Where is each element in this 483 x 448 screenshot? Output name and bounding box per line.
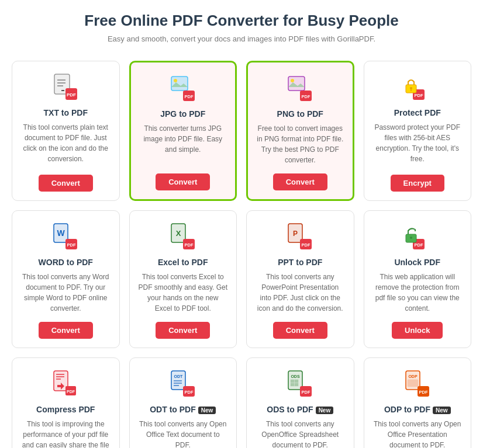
svg-text:ODT: ODT: [174, 374, 183, 378]
ppt-icon: P PDF: [286, 223, 314, 251]
card-title-png-to-pdf: PNG to PDF: [277, 109, 323, 119]
png-to-pdf-button[interactable]: Convert: [273, 173, 327, 190]
jpg-to-pdf-button[interactable]: Convert: [156, 173, 210, 190]
card-title-ods-to-pdf: ODS to PDFNew: [267, 405, 333, 414]
svg-point-40: [410, 237, 412, 239]
card-desc-txt-to-pdf: This tool converts plain text document t…: [21, 122, 111, 166]
unlock-icon: PDF: [403, 223, 432, 251]
unlock-pdf-button[interactable]: Unlock: [392, 322, 443, 339]
card-title-word-to-pdf: WORD to PDF: [39, 258, 93, 267]
card-protect-pdf: PDF Protect PDFPassword protect your PDF…: [364, 61, 472, 201]
excel-to-pdf-button[interactable]: Convert: [156, 322, 210, 339]
svg-rect-48: [171, 371, 185, 390]
card-ppt-to-pdf: P PDF PPT to PDFThis tool converts any P…: [246, 210, 354, 348]
card-title-unlock-pdf: Unlock PDF: [394, 258, 440, 267]
svg-text:ODS: ODS: [291, 374, 301, 378]
compress-icon: PDF: [51, 370, 80, 398]
card-odt-to-pdf: ODT PDF ODT to PDFNewThis tool converts …: [129, 357, 237, 448]
svg-rect-62: [295, 383, 298, 386]
svg-text:PDF: PDF: [67, 242, 76, 248]
card-desc-excel-to-pdf: This tool converts Excel to PDF smoothly…: [139, 272, 228, 314]
svg-rect-68: [408, 380, 418, 387]
ppt-to-pdf-button[interactable]: Convert: [273, 322, 327, 339]
card-desc-odp-to-pdf: This tool converts any Open Office Prese…: [373, 419, 463, 448]
card-odp-to-pdf: ODP PDF ODP to PDFNewThis tool converts …: [364, 357, 472, 448]
card-title-odp-to-pdf: ODP to PDFNew: [384, 405, 451, 414]
card-compress-pdf: PDF Compress PDFThis tool is improving t…: [12, 357, 120, 448]
card-desc-compress-pdf: This tool is improving the performance o…: [21, 419, 111, 448]
card-jpg-to-pdf: PDF JPG to PDFThis converter turns JPG i…: [129, 61, 237, 201]
svg-text:PDF: PDF: [302, 390, 310, 395]
page-header: Free Online PDF Converter for Busy Peopl…: [12, 12, 471, 43]
card-desc-odt-to-pdf: This tool converts any Open Office Text …: [139, 419, 228, 448]
svg-rect-60: [295, 380, 298, 383]
svg-text:PDF: PDF: [414, 93, 423, 98]
card-desc-protect-pdf: Password protect your PDF files with 256…: [373, 122, 463, 166]
ods-icon: ODS PDF: [286, 370, 314, 398]
tools-grid: PDF TXT to PDFThis tool converts plain t…: [12, 61, 471, 448]
card-title-compress-pdf: Compress PDF: [36, 405, 95, 414]
word-to-pdf-button[interactable]: Convert: [39, 322, 93, 339]
page-title: Free Online PDF Converter for Busy Peopl…: [12, 12, 471, 30]
txt-to-pdf-button[interactable]: Convert: [39, 175, 93, 192]
svg-rect-59: [291, 380, 294, 383]
svg-rect-61: [291, 383, 294, 386]
card-desc-ppt-to-pdf: This tool converts any PowerPoint Presen…: [256, 272, 345, 314]
svg-text:PDF: PDF: [419, 390, 427, 395]
card-txt-to-pdf: PDF TXT to PDFThis tool converts plain t…: [12, 61, 120, 201]
svg-text:PDF: PDF: [184, 242, 193, 248]
svg-text:P: P: [293, 230, 298, 238]
card-png-to-pdf: PDF PNG to PDFFree tool to convert image…: [246, 61, 354, 201]
svg-text:PDF: PDF: [414, 242, 423, 248]
card-title-protect-pdf: Protect PDF: [394, 108, 441, 117]
svg-text:PDF: PDF: [302, 242, 310, 248]
svg-rect-12: [288, 77, 305, 91]
svg-text:PDF: PDF: [302, 94, 310, 99]
txt-icon: PDF: [51, 73, 80, 101]
svg-point-14: [291, 79, 294, 82]
card-title-jpg-to-pdf: JPG to PDF: [160, 109, 205, 119]
card-title-excel-to-pdf: Excel to PDF: [158, 258, 208, 267]
odt-icon: ODT PDF: [169, 370, 197, 398]
card-desc-ods-to-pdf: This tool converts any OpenOffice Spread…: [256, 419, 345, 448]
svg-text:PDF: PDF: [184, 94, 193, 99]
svg-text:PDF: PDF: [67, 390, 75, 394]
card-excel-to-pdf: X PDF Excel to PDFThis tool converts Exc…: [129, 210, 237, 348]
card-desc-png-to-pdf: Free tool to convert images in PNG forma…: [257, 123, 344, 165]
svg-rect-7: [171, 77, 188, 91]
card-ods-to-pdf: ODS PDF ODS to PDFNewThis tool converts …: [246, 357, 354, 448]
card-title-txt-to-pdf: TXT to PDF: [44, 108, 88, 117]
page-subtitle: Easy and smooth, convert your docs and i…: [12, 34, 471, 43]
protect-pdf-button[interactable]: Encrypt: [391, 175, 444, 192]
svg-text:ODP: ODP: [408, 374, 418, 378]
card-title-odt-to-pdf: ODT to PDFNew: [150, 405, 216, 414]
card-unlock-pdf: PDF Unlock PDFThis web application will …: [364, 210, 472, 348]
card-title-ppt-to-pdf: PPT to PDF: [278, 258, 322, 267]
word-icon: W PDF: [51, 223, 80, 251]
svg-point-9: [174, 79, 177, 82]
odp-icon: ODP PDF: [403, 370, 432, 398]
protect-icon: PDF: [403, 73, 432, 101]
svg-text:PDF: PDF: [184, 390, 193, 395]
card-desc-word-to-pdf: This tool converts any Word document to …: [21, 272, 111, 314]
excel-icon: X PDF: [169, 223, 197, 251]
card-word-to-pdf: W PDF WORD to PDFThis tool converts any …: [12, 210, 120, 348]
jpg-icon: PDF: [169, 74, 197, 102]
svg-point-20: [410, 87, 412, 89]
png-icon: PDF: [286, 74, 314, 102]
svg-text:W: W: [57, 228, 65, 238]
card-desc-unlock-pdf: This web application will remove the pro…: [373, 272, 463, 314]
card-desc-jpg-to-pdf: This converter turns JPG image into PDF …: [140, 123, 227, 165]
svg-text:PDF: PDF: [67, 92, 76, 98]
svg-text:X: X: [175, 229, 181, 238]
